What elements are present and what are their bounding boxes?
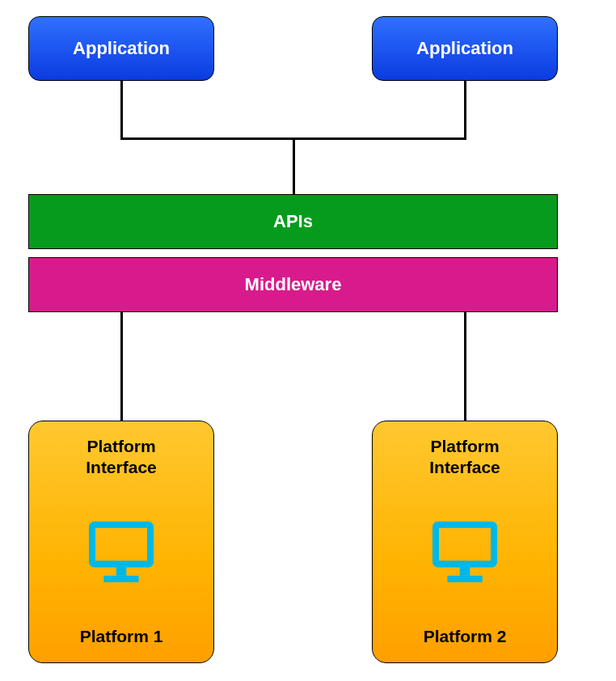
platform-box-right: PlatformInterface Platform 2 <box>372 421 558 663</box>
svg-rect-2 <box>103 576 138 582</box>
platform-interface-label: PlatformInterface <box>429 436 500 479</box>
svg-rect-0 <box>92 525 150 565</box>
connector-line <box>120 81 123 137</box>
svg-rect-3 <box>436 525 494 565</box>
middleware-layer: Middleware <box>28 257 558 312</box>
application-label: Application <box>416 38 513 59</box>
application-label: Application <box>73 38 170 59</box>
svg-rect-5 <box>447 576 482 582</box>
platform-interface-text: PlatformInterface <box>429 437 500 476</box>
connector-line <box>120 312 123 421</box>
connector-line <box>464 312 466 421</box>
application-box-right: Application <box>372 16 558 81</box>
middleware-label: Middleware <box>245 274 342 295</box>
platform-interface-text: PlatformInterface <box>86 437 157 476</box>
apis-layer: APIs <box>28 194 558 249</box>
apis-label: APIs <box>273 211 313 232</box>
connector-line <box>293 137 295 194</box>
svg-rect-4 <box>460 565 470 576</box>
svg-rect-1 <box>116 565 127 576</box>
platform-interface-label: PlatformInterface <box>86 436 157 479</box>
connector-line <box>464 81 466 137</box>
monitor-icon <box>427 516 503 589</box>
platform-name-label: Platform 1 <box>80 627 163 646</box>
platform-box-left: PlatformInterface Platform 1 <box>28 421 214 663</box>
platform-name-label: Platform 2 <box>424 627 507 646</box>
application-box-left: Application <box>28 16 214 81</box>
monitor-icon <box>83 516 159 589</box>
